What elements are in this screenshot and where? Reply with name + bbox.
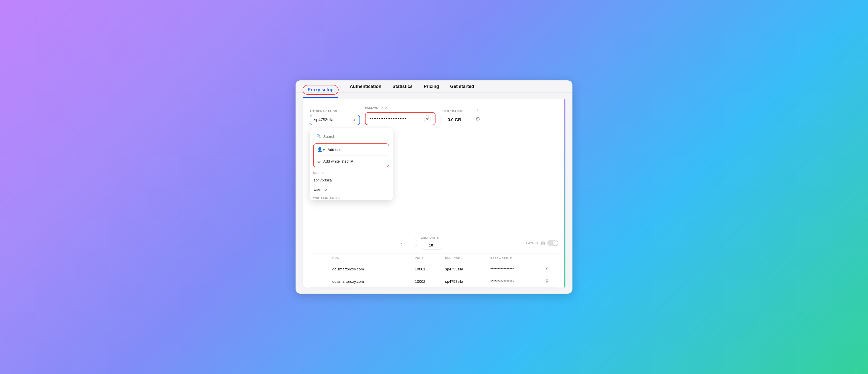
copy-icon: ⎘ [546, 266, 548, 271]
chevron-up-icon: ∧ [353, 118, 355, 122]
main-content: AUTHENTICATION sp4753sila ∧ PASSWORD ⊘ •… [296, 92, 572, 294]
user-item-sp4753sila[interactable]: sp4753sila [310, 175, 393, 185]
col-header-host: HOST [330, 256, 412, 260]
search-box: 🔍 [313, 132, 389, 141]
whitelisted-ips-label: WHITELISTED IPS [310, 194, 393, 200]
auth-value: sp4753sila [314, 118, 334, 122]
tab-statistics[interactable]: Statistics [393, 84, 412, 92]
users-section-label: USERS [310, 170, 393, 175]
row2-password: **************** [488, 279, 543, 284]
auth-dropdown-panel: 🔍 👤+ Add user ⊕ Add whitelisted IP USERS [310, 128, 393, 200]
table-header: HOST PORT USERNAME PASSWORD ⊘ [310, 254, 558, 263]
col-header-password: PASSWORD ⊘ [488, 256, 543, 260]
row2-copy[interactable]: ⎘ [543, 279, 558, 284]
layout-icon [541, 241, 545, 245]
password-label-row: PASSWORD ⊘ [365, 106, 435, 110]
filter-row: ∨ ENDPOINTS LAYOUT [310, 231, 558, 254]
bar3 [544, 242, 545, 245]
search-input[interactable] [323, 134, 386, 139]
eye-slash-icon: ⊘ [384, 106, 388, 110]
copy-button-row1[interactable]: ⎘ [546, 266, 548, 271]
password-label: PASSWORD [365, 106, 383, 109]
down-arrow-icon: ↓ [476, 106, 479, 113]
auth-field-group: AUTHENTICATION sp4753sila ∧ [310, 110, 360, 125]
user-item-userino[interactable]: Userino [310, 185, 393, 194]
add-whitelisted-ip-button[interactable]: ⊕ Add whitelisted IP [314, 155, 389, 167]
row1-password: **************** [488, 267, 543, 271]
password-field-group: PASSWORD ⊘ •••••••••••••••• ↺ [365, 106, 435, 125]
add-user-button[interactable]: 👤+ Add user [314, 144, 389, 155]
tab-get-started[interactable]: Get started [450, 84, 474, 92]
type-select[interactable]: ∨ [397, 239, 417, 247]
arrow-gear-group: ↓ ⚙ [473, 106, 482, 125]
nav-tabs: Proxy setup Authentication Statistics Pr… [296, 80, 572, 92]
bar2 [542, 241, 544, 245]
col-header-port: PORT [412, 256, 442, 260]
chevron-down-icon: ∨ [401, 241, 403, 245]
add-user-label: Add user [328, 147, 343, 152]
toggle-thumb [553, 240, 558, 246]
main-card: Proxy setup Authentication Statistics Pr… [296, 80, 572, 294]
endpoints-input[interactable] [421, 241, 441, 250]
tab-proxy-setup[interactable]: Proxy setup [303, 85, 339, 95]
add-whitelisted-ip-label: Add whitelisted IP [323, 159, 353, 163]
row1-username: sp4753sila [442, 267, 488, 271]
action-items-container: 👤+ Add user ⊕ Add whitelisted IP [313, 143, 389, 167]
copy-button-row2[interactable]: ⎘ [546, 279, 548, 284]
table-row: dc.smartproxy.com 10002 sp4753sila *****… [310, 275, 558, 288]
used-traffic-value: 0.0 GB [440, 115, 468, 125]
tab-authentication[interactable]: Authentication [350, 84, 381, 92]
layout-toggle-switch[interactable] [547, 240, 558, 246]
settings-button[interactable]: ⚙ [473, 114, 482, 124]
add-ip-icon: ⊕ [317, 159, 321, 164]
col-header-actions [543, 256, 558, 260]
layout-toggle-group: LAYOUT [526, 240, 559, 246]
row2-username: sp4753sila [442, 279, 488, 284]
row1-port: 10001 [412, 267, 442, 271]
add-user-icon: 👤+ [317, 147, 325, 152]
table-row: dc.smartproxy.com 10001 sp4753sila *****… [310, 263, 558, 275]
row1-copy[interactable]: ⎘ [543, 266, 558, 271]
row2-port: 10002 [412, 279, 442, 284]
tab-pricing[interactable]: Pricing [424, 84, 439, 92]
copy-icon-2: ⎘ [546, 279, 548, 284]
bar1 [541, 242, 542, 245]
refresh-password-button[interactable]: ↺ [424, 115, 431, 122]
password-dots: •••••••••••••••• [370, 116, 422, 121]
search-icon: 🔍 [316, 134, 321, 139]
scroll-indicator [564, 98, 565, 288]
auth-label: AUTHENTICATION [310, 110, 360, 113]
col-pwd-eye-icon: ⊘ [510, 256, 513, 260]
used-traffic-field-group: USED TRAFFIC 0.0 GB [440, 110, 468, 125]
endpoints-group: ENDPOINTS [421, 236, 441, 250]
top-row: AUTHENTICATION sp4753sila ∧ PASSWORD ⊘ •… [310, 106, 558, 125]
auth-select[interactable]: sp4753sila ∧ [310, 115, 360, 125]
col-header-empty1 [310, 256, 330, 260]
endpoints-label: ENDPOINTS [421, 236, 441, 239]
password-field[interactable]: •••••••••••••••• ↺ [365, 112, 435, 125]
col-header-username: USERNAME [442, 256, 488, 260]
refresh-icon: ↺ [426, 117, 429, 121]
content-card: AUTHENTICATION sp4753sila ∧ PASSWORD ⊘ •… [303, 98, 565, 288]
row2-host: dc.smartproxy.com [330, 279, 412, 284]
row1-host: dc.smartproxy.com [330, 267, 412, 271]
used-traffic-label: USED TRAFFIC [440, 110, 468, 113]
table-area: HOST PORT USERNAME PASSWORD ⊘ dc.smartpr… [310, 254, 558, 288]
layout-label: LAYOUT [526, 241, 539, 244]
gear-icon: ⚙ [475, 116, 480, 122]
